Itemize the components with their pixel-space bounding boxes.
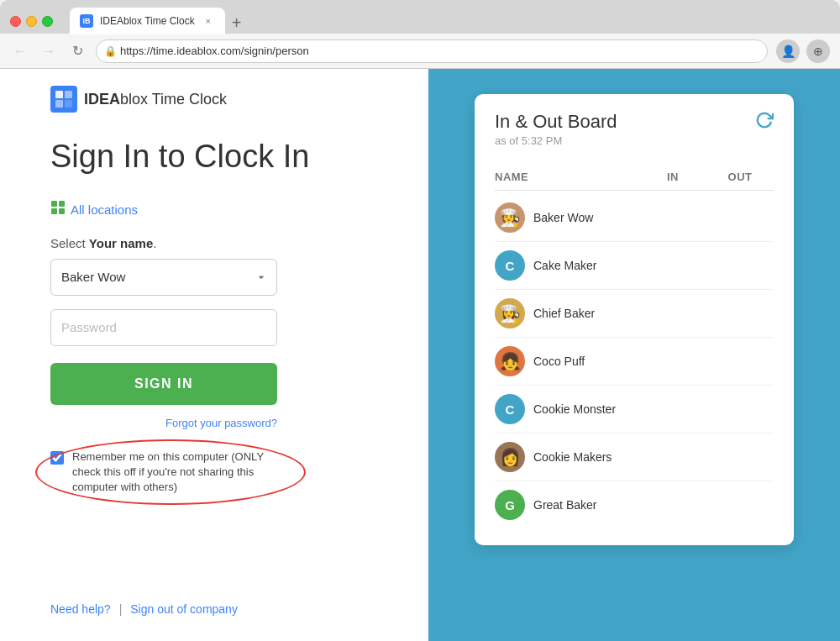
browser-icons: 👤 ⊕ <box>776 39 830 63</box>
person-info: 👩‍🍳 Chief Baker <box>495 298 639 328</box>
bottom-links: Need help? | Sign out of company <box>50 602 378 641</box>
logo-area: IDEAblox Time Clock <box>50 69 378 138</box>
board-columns: Name IN OUT <box>495 171 774 191</box>
tab-close-button[interactable]: × <box>202 14 215 28</box>
remember-label[interactable]: Remember me on this computer (ONLY check… <box>50 449 294 496</box>
svg-rect-1 <box>65 91 72 98</box>
need-help-link[interactable]: Need help? <box>50 602 111 616</box>
board-header: In & Out Board as of 5:32 PM <box>495 111 774 157</box>
col-header-in: IN <box>639 171 706 183</box>
remember-container: Remember me on this computer (ONLY check… <box>50 449 294 496</box>
avatar: G <box>495 490 525 520</box>
logo-text: IDEAblox Time Clock <box>84 91 227 108</box>
sign-out-company-link[interactable]: Sign out of company <box>130 602 238 616</box>
person-name: Baker Wow <box>533 211 593 224</box>
board-row: C Cookie Monster <box>495 386 774 433</box>
avatar: 👩 <box>495 442 525 472</box>
svg-rect-0 <box>55 91 63 98</box>
active-tab[interactable]: IB IDEAblox Time Clock × <box>70 8 225 34</box>
title-bar: IB IDEAblox Time Clock × + <box>0 0 840 34</box>
address-bar: ← → ↻ 🔒 https://time.ideablox.com/signin… <box>0 34 840 69</box>
person-name: Great Baker <box>533 498 596 512</box>
remember-text: Remember me on this computer (ONLY check… <box>72 449 294 496</box>
profile-icon[interactable]: 👤 <box>776 39 800 63</box>
svg-rect-5 <box>59 201 65 207</box>
refresh-button[interactable]: ↻ <box>67 41 87 61</box>
browser-chrome: IB IDEAblox Time Clock × + ← → ↻ 🔒 https… <box>0 0 840 69</box>
board-row: 👩‍🍳 Chief Baker <box>495 290 774 338</box>
person-info: G Great Baker <box>495 490 639 520</box>
location-icon <box>50 200 66 219</box>
page-title: Sign In to Clock In <box>50 138 378 176</box>
right-panel: In & Out Board as of 5:32 PM Name IN OUT… <box>428 69 840 641</box>
board-title: In & Out Board <box>495 111 617 133</box>
svg-rect-3 <box>65 100 72 108</box>
svg-rect-6 <box>51 208 57 214</box>
board-card: In & Out Board as of 5:32 PM Name IN OUT… <box>475 94 794 545</box>
board-row: C Cake Maker <box>495 242 774 290</box>
svg-rect-7 <box>59 208 65 214</box>
svg-rect-4 <box>51 201 57 207</box>
tab-favicon: IB <box>80 14 93 28</box>
bottom-divider: | <box>119 602 123 616</box>
avatar: 🧑‍🍳 <box>495 202 525 233</box>
logo-icon <box>50 86 77 113</box>
board-row: 🧑‍🍳 Baker Wow <box>495 194 774 242</box>
person-info: C Cake Maker <box>495 250 639 281</box>
maximize-window-button[interactable] <box>42 16 53 27</box>
avatar: C <box>495 394 525 424</box>
forward-button[interactable]: → <box>39 41 59 61</box>
person-info: 👧 Coco Puff <box>495 346 639 376</box>
board-row: 👧 Coco Puff <box>495 338 774 386</box>
board-title-area: In & Out Board as of 5:32 PM <box>495 111 617 147</box>
person-info: C Cookie Monster <box>495 394 639 424</box>
url-bar[interactable]: https://time.ideablox.com/signin/person <box>96 39 768 63</box>
tab-title: IDEAblox Time Clock <box>100 15 195 27</box>
board-subtitle: as of 5:32 PM <box>495 134 617 147</box>
person-info: 👩 Cookie Makers <box>495 442 639 472</box>
all-locations-label: All locations <box>71 202 138 217</box>
person-name: Coco Puff <box>533 355 585 368</box>
close-window-button[interactable] <box>10 16 21 27</box>
name-select[interactable]: Baker Wow Cake Maker Chief Baker Coco Pu… <box>50 259 277 296</box>
left-panel: IDEAblox Time Clock Sign In to Clock In … <box>0 69 428 641</box>
page-content: IDEAblox Time Clock Sign In to Clock In … <box>0 69 840 641</box>
svg-rect-2 <box>55 100 63 108</box>
avatar: C <box>495 250 525 281</box>
back-button[interactable]: ← <box>10 41 30 61</box>
url-bar-wrap: 🔒 https://time.ideablox.com/signin/perso… <box>96 39 768 63</box>
col-header-out: OUT <box>706 171 774 183</box>
select-label: Select Your name. <box>50 236 378 250</box>
all-locations-link[interactable]: All locations <box>50 200 378 219</box>
person-name: Cookie Makers <box>533 450 612 464</box>
extensions-icon[interactable]: ⊕ <box>806 39 830 63</box>
avatar: 👧 <box>495 346 525 376</box>
tab-bar: IB IDEAblox Time Clock × + <box>70 8 248 34</box>
remember-checkbox[interactable] <box>50 451 64 465</box>
board-row: G Great Baker <box>495 481 774 528</box>
board-rows: 🧑‍🍳 Baker Wow C Cake Maker 👩‍🍳 Chief Bak… <box>495 194 774 528</box>
new-tab-button[interactable]: + <box>225 13 249 33</box>
person-name: Cookie Monster <box>533 402 616 416</box>
board-row: 👩 Cookie Makers <box>495 433 774 481</box>
person-info: 🧑‍🍳 Baker Wow <box>495 202 639 233</box>
lock-icon: 🔒 <box>104 45 117 57</box>
person-name: Cake Maker <box>533 259 596 272</box>
minimize-window-button[interactable] <box>26 16 37 27</box>
sign-in-button[interactable]: SIGN IN <box>50 363 277 405</box>
person-name: Chief Baker <box>533 307 595 320</box>
forgot-password-link[interactable]: Forgot your password? <box>50 417 277 429</box>
board-refresh-icon[interactable] <box>755 111 774 134</box>
col-header-name: Name <box>495 171 639 183</box>
traffic-lights <box>10 16 53 27</box>
password-input[interactable] <box>50 309 277 346</box>
avatar: 👩‍🍳 <box>495 298 525 328</box>
